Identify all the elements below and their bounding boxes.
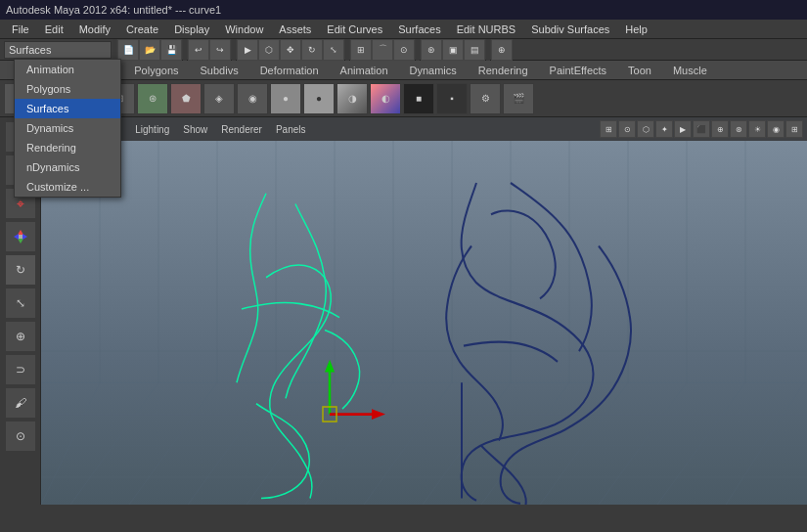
tb-open[interactable]: 📂 bbox=[139, 39, 160, 61]
toolbar-sep-5 bbox=[416, 39, 420, 61]
vp-icon-11[interactable]: ⊞ bbox=[785, 120, 803, 138]
tb-ipr[interactable]: ▤ bbox=[464, 39, 485, 61]
tb-lasso[interactable]: ⬡ bbox=[258, 39, 280, 61]
menu-create[interactable]: Create bbox=[118, 22, 166, 37]
tb-snap-point[interactable]: ⊙ bbox=[393, 39, 415, 61]
shelf-icon-16[interactable]: 🎬 bbox=[503, 83, 534, 114]
vp-icon-5[interactable]: ▶ bbox=[674, 120, 692, 138]
shelf-icon-15[interactable]: ⚙ bbox=[470, 83, 501, 114]
tb-select[interactable]: ▶ bbox=[237, 39, 258, 61]
shelf-icon-9[interactable]: ● bbox=[270, 83, 301, 114]
menu-help[interactable]: Help bbox=[617, 22, 655, 37]
menu-display[interactable]: Display bbox=[166, 22, 217, 37]
vp-show[interactable]: Show bbox=[177, 123, 213, 136]
tb-rotate[interactable]: ↻ bbox=[301, 39, 323, 61]
shelf-icon-12[interactable]: ◐ bbox=[370, 83, 401, 114]
shelf-icon-10[interactable]: ● bbox=[303, 83, 335, 114]
svg-marker-3 bbox=[22, 234, 27, 240]
shelf-tab-toon[interactable]: Toon bbox=[617, 62, 662, 79]
vp-icon-6[interactable]: ⬛ bbox=[693, 120, 710, 138]
tb-snap-curve[interactable]: ⌒ bbox=[372, 39, 393, 61]
tb-undo[interactable]: ↩ bbox=[188, 39, 209, 61]
tb-save[interactable]: 💾 bbox=[160, 39, 182, 61]
tb-redo[interactable]: ↪ bbox=[209, 39, 231, 61]
shelf-icon-13[interactable]: ■ bbox=[403, 83, 434, 114]
shelf-tab-dynamics[interactable]: Dynamics bbox=[399, 62, 468, 79]
tb-new[interactable]: 📄 bbox=[117, 39, 139, 61]
menu-surfaces[interactable]: Surfaces bbox=[390, 22, 448, 37]
dropdown-item-polygons[interactable]: Polygons bbox=[15, 79, 120, 99]
menu-edit-nurbs[interactable]: Edit NURBS bbox=[449, 22, 524, 37]
paint-tool[interactable]: 🖌 bbox=[5, 387, 36, 419]
shelf-tab-animation[interactable]: Animation bbox=[330, 62, 399, 79]
tb-scale[interactable]: ⤡ bbox=[323, 39, 344, 61]
viewport-toolbar: View Shading Lighting Show Renderer Pane… bbox=[41, 117, 807, 141]
dropdown-item-surfaces[interactable]: Surfaces bbox=[15, 99, 120, 118]
shelf-icon-11[interactable]: ◑ bbox=[336, 83, 368, 114]
svg-rect-5 bbox=[41, 141, 807, 505]
shelf-tab-polygons[interactable]: Polygons bbox=[123, 62, 189, 79]
vp-icon-8[interactable]: ⊛ bbox=[730, 120, 747, 138]
shelf-icon-6[interactable]: ⬟ bbox=[170, 83, 202, 114]
shelf-icon-8[interactable]: ◉ bbox=[237, 83, 268, 114]
shelf-icon-14[interactable]: ▪ bbox=[436, 83, 468, 114]
dropdown-item-dynamics[interactable]: Dynamics bbox=[15, 118, 120, 138]
viewport-inner: FRONT bbox=[41, 141, 807, 505]
module-dropdown[interactable]: Animation Polygons Surfaces Dynamics Ren… bbox=[4, 41, 112, 59]
menu-modify[interactable]: Modify bbox=[71, 22, 118, 37]
vp-panels[interactable]: Panels bbox=[270, 123, 312, 136]
vp-icon-1[interactable]: ⊞ bbox=[600, 120, 617, 138]
toolbar-sep-4 bbox=[345, 39, 349, 61]
shelf-tab-subdiv[interactable]: Subdivs bbox=[190, 62, 249, 79]
tb-show-manip[interactable]: ⊕ bbox=[491, 39, 513, 61]
shelf-tab-rendering[interactable]: Rendering bbox=[468, 62, 539, 79]
menu-edit[interactable]: Edit bbox=[37, 22, 71, 37]
shelf-tab-muscle[interactable]: Muscle bbox=[662, 62, 718, 79]
title-bar: Autodesk Maya 2012 x64: untitled* --- cu… bbox=[0, 0, 807, 20]
dropdown-item-animation[interactable]: Animation bbox=[15, 60, 120, 79]
module-bar: Animation Polygons Surfaces Dynamics Ren… bbox=[0, 39, 807, 61]
dropdown-menu: Animation Polygons Surfaces Dynamics Ren… bbox=[14, 59, 121, 198]
vp-icon-9[interactable]: ☀ bbox=[748, 120, 766, 138]
toolbar-sep-2 bbox=[183, 39, 187, 61]
sculpt-tool[interactable]: ⊙ bbox=[5, 421, 36, 452]
vp-icon-2[interactable]: ⊙ bbox=[618, 120, 636, 138]
shelf-icon-5[interactable]: ⊛ bbox=[137, 83, 168, 114]
dropdown-item-ndynamics[interactable]: nDynamics bbox=[15, 157, 120, 177]
tb-history[interactable]: ⊛ bbox=[421, 39, 442, 61]
rotate-tool[interactable]: ↻ bbox=[5, 254, 36, 286]
tb-snap-grid[interactable]: ⊞ bbox=[350, 39, 372, 61]
menu-file[interactable]: File bbox=[4, 22, 37, 37]
vp-icon-7[interactable]: ⊕ bbox=[711, 120, 729, 138]
vp-icon-4[interactable]: ✦ bbox=[655, 120, 673, 138]
menu-assets[interactable]: Assets bbox=[271, 22, 319, 37]
shelf-tab-paintfx[interactable]: PaintEffects bbox=[539, 62, 618, 79]
vp-renderer[interactable]: Renderer bbox=[215, 123, 268, 136]
viewport[interactable]: View Shading Lighting Show Renderer Pane… bbox=[41, 117, 807, 505]
show-manip-tool[interactable]: ⊕ bbox=[5, 321, 36, 352]
toolbar-sep-1 bbox=[112, 39, 116, 61]
title-text: Autodesk Maya 2012 x64: untitled* --- cu… bbox=[6, 4, 221, 16]
tb-move[interactable]: ✥ bbox=[280, 39, 301, 61]
menu-window[interactable]: Window bbox=[217, 22, 271, 37]
vp-lighting[interactable]: Lighting bbox=[129, 123, 175, 136]
menu-edit-curves[interactable]: Edit Curves bbox=[319, 22, 390, 37]
viewport-svg bbox=[41, 141, 807, 505]
svg-marker-2 bbox=[14, 234, 19, 240]
vp-icon-3[interactable]: ⬡ bbox=[637, 120, 654, 138]
shelf-icon-7[interactable]: ◈ bbox=[203, 83, 235, 114]
menu-subdiv[interactable]: Subdiv Surfaces bbox=[523, 22, 617, 37]
scale-tool[interactable]: ⤡ bbox=[5, 288, 36, 319]
dropdown-item-rendering[interactable]: Rendering bbox=[15, 138, 120, 157]
dropdown-item-customize[interactable]: Customize ... bbox=[15, 177, 120, 197]
svg-rect-4 bbox=[19, 235, 22, 239]
soft-select-tool[interactable]: ⊃ bbox=[5, 354, 36, 385]
menu-bar: File Edit Modify Create Display Window A… bbox=[0, 20, 807, 39]
move-tool[interactable] bbox=[5, 221, 36, 252]
tb-render[interactable]: ▣ bbox=[442, 39, 464, 61]
toolbar-sep-3 bbox=[232, 39, 236, 61]
shelf-tab-deformation[interactable]: Deformation bbox=[249, 62, 330, 79]
vp-icon-10[interactable]: ◉ bbox=[767, 120, 785, 138]
toolbar-sep-6 bbox=[486, 39, 490, 61]
